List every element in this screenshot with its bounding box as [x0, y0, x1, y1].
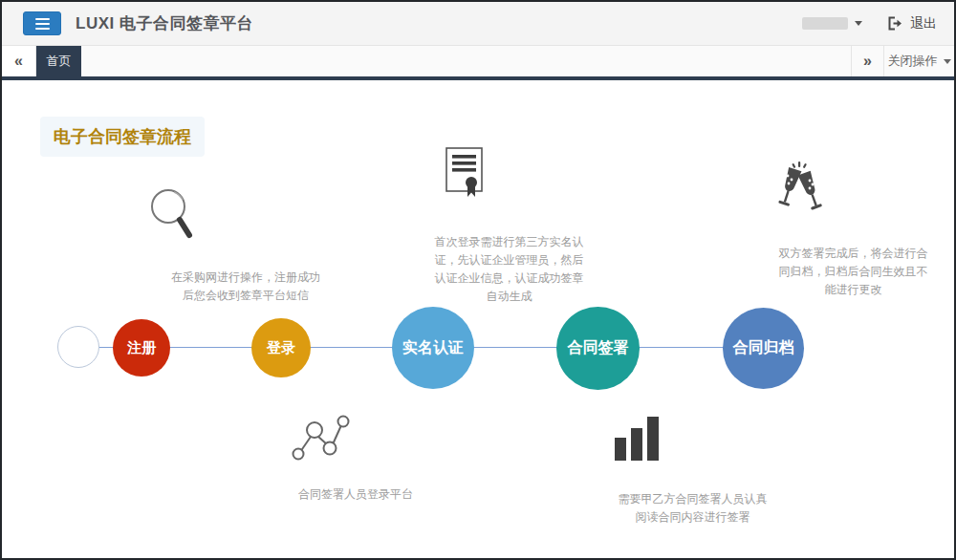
magnifier-icon [145, 183, 199, 247]
hamburger-icon [35, 28, 50, 30]
chevron-down-icon [855, 21, 862, 26]
double-chevron-right-icon: » [863, 53, 872, 70]
tab-home[interactable]: 首页 [36, 46, 81, 76]
champagne-icon [772, 161, 828, 220]
caption-login: 合同签署人员登录平台 [255, 485, 456, 504]
chevron-down-icon [944, 59, 951, 64]
main-content: 电子合同签章流程 [2, 80, 954, 553]
hamburger-icon [35, 23, 50, 25]
flow-start-node [57, 326, 99, 368]
tabs-scroll-right-button[interactable]: » [851, 46, 883, 76]
caption-line: 阅读合同内容进行签署 [590, 508, 795, 527]
certificate-icon [445, 147, 486, 203]
close-operations-label: 关闭操作 [888, 53, 938, 70]
step-contract-sign[interactable]: 合同签署 [556, 307, 640, 390]
caption-line: 双方签署完成后，将会进行合 [755, 245, 951, 263]
caption-line: 合同签署人员登录平台 [255, 485, 456, 504]
caption-line: 证，先认证企业管理员，然后 [411, 251, 607, 269]
node-graph-icon [291, 413, 350, 464]
caption-line: 需要甲乙方合同签署人员认真 [590, 490, 795, 508]
step-real-name-auth[interactable]: 实名认证 [392, 307, 474, 389]
logout-button[interactable]: 退出 [887, 15, 937, 32]
caption-real-name-auth: 首次登录需进行第三方实名认 证，先认证企业管理员，然后 认证企业信息，认证成功签… [411, 233, 607, 306]
app-title: LUXI 电子合同签章平台 [76, 12, 253, 34]
step-register[interactable]: 注册 [113, 319, 170, 377]
app-window: LUXI 电子合同签章平台 退出 « 首页 » [0, 0, 956, 560]
logout-icon [887, 16, 903, 31]
tabs-scroll-left-button[interactable]: « [2, 46, 36, 76]
double-chevron-left-icon: « [14, 53, 23, 70]
caption-line: 在采购网进行操作，注册成功 [145, 269, 346, 287]
bar-chart-icon [615, 417, 661, 464]
header-right: 退出 [802, 15, 937, 32]
caption-line: 自动生成 [411, 288, 607, 306]
caption-line: 首次登录需进行第三方实名认 [411, 233, 607, 251]
app-header: LUXI 电子合同签章平台 退出 [2, 2, 954, 46]
caption-line: 能进行更改 [755, 281, 951, 299]
caption-line: 后您会收到签章平台短信 [145, 287, 346, 305]
tab-home-label: 首页 [47, 53, 72, 70]
step-login[interactable]: 登录 [251, 318, 311, 377]
close-operations-dropdown[interactable]: 关闭操作 [883, 46, 954, 76]
tab-bar: « 首页 » 关闭操作 [2, 46, 954, 80]
caption-register: 在采购网进行操作，注册成功 后您会收到签章平台短信 [145, 269, 346, 305]
hamburger-icon [35, 18, 50, 20]
caption-sign: 需要甲乙方合同签署人员认真 阅读合同内容进行签署 [590, 490, 795, 527]
tab-strip-empty [81, 46, 851, 76]
page-title: 电子合同签章流程 [40, 117, 205, 157]
username-redacted [802, 17, 848, 30]
step-contract-archive[interactable]: 合同归档 [723, 308, 804, 389]
caption-archive: 双方签署完成后，将会进行合 同归档，归档后合同生效且不 能进行更改 [755, 245, 951, 299]
user-dropdown[interactable] [802, 17, 862, 30]
caption-line: 认证企业信息，认证成功签章 [411, 269, 607, 288]
logout-label: 退出 [910, 15, 937, 32]
hamburger-menu-button[interactable] [23, 11, 61, 35]
caption-line: 同归档，归档后合同生效且不 [755, 263, 951, 281]
